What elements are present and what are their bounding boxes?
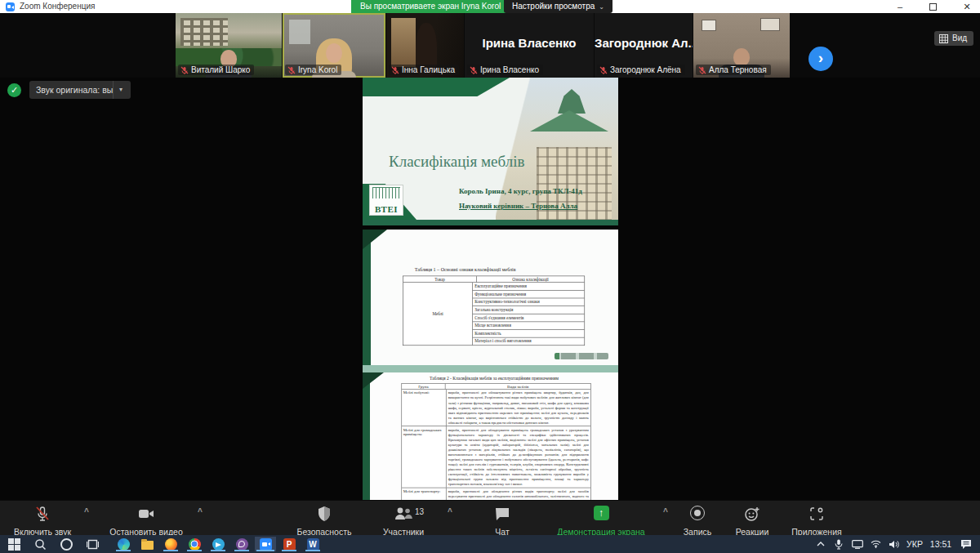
table1-col1-header: Товар bbox=[403, 276, 477, 282]
table1-col2-header: Ознака класифікації bbox=[477, 276, 585, 282]
window-title: Zoom Конференция bbox=[20, 2, 95, 11]
vtei-logo: ВТЕІ bbox=[369, 185, 403, 216]
search-button[interactable] bbox=[29, 537, 51, 551]
participant-name: Iryna Korol bbox=[298, 65, 337, 74]
table1-row: Експлуатаційне призначення bbox=[473, 283, 585, 290]
meeting-toolbar: Включить звук ^ Остановить видео ^ Безоп… bbox=[0, 500, 980, 536]
chat-button[interactable]: Чат bbox=[483, 503, 521, 537]
tray-clock[interactable]: 13:51 bbox=[928, 537, 954, 551]
camera-icon bbox=[137, 506, 155, 522]
next-participants-button[interactable]: › bbox=[808, 47, 833, 71]
participants-count: 13 bbox=[415, 507, 424, 516]
taskbar-telegram[interactable] bbox=[207, 537, 229, 551]
table1-row: Матеріал і спосіб виготовлення bbox=[473, 337, 585, 346]
table2-text: вироби, призначені для облаштування різн… bbox=[447, 390, 591, 426]
original-sound-caret[interactable]: ▾ bbox=[113, 81, 128, 99]
record-button[interactable]: Запись bbox=[678, 503, 717, 537]
participant-name: Загороднюк Алёна bbox=[610, 65, 681, 74]
participants-options-caret[interactable]: ^ bbox=[448, 507, 452, 516]
table2-group: Меблі побутові: bbox=[402, 390, 446, 426]
table1-product-cell: Меблі bbox=[403, 283, 473, 345]
smiley-plus-icon bbox=[744, 506, 760, 522]
tray-microphone[interactable] bbox=[831, 537, 846, 551]
participants-button[interactable]: Участники 13 bbox=[368, 503, 439, 537]
chevron-up-icon bbox=[817, 542, 825, 546]
caret-down-icon: ⌄ bbox=[599, 3, 604, 11]
taskbar-word[interactable]: W bbox=[302, 537, 323, 551]
zoom-app-icon bbox=[6, 2, 15, 11]
participant-display-name: Загороднюк Ал... bbox=[595, 36, 693, 50]
taskbar-powerpoint[interactable]: P bbox=[278, 537, 300, 551]
viewing-screen-banner: Вы просматриваете экран Iryna Korol bbox=[351, 0, 510, 13]
security-button[interactable]: Безопасность bbox=[287, 503, 361, 537]
close-button[interactable]: ✕ bbox=[960, 1, 973, 12]
participant-display-name: Ірина Власенко bbox=[465, 36, 594, 50]
taskbar-edge[interactable] bbox=[113, 537, 134, 551]
video-tile-alla-ternova[interactable]: Алла Терновая bbox=[693, 13, 790, 78]
zoom-icon bbox=[260, 538, 272, 551]
supervisor-line: Науковий керівник – Тернова Алла bbox=[459, 202, 577, 210]
taskbar-zoom[interactable] bbox=[255, 537, 276, 551]
video-tile-iryna-vlasenko[interactable]: Ірина Власенко Ірина Власенко bbox=[465, 13, 594, 78]
maximize-button[interactable] bbox=[926, 1, 939, 12]
video-tile-iryna-korol[interactable]: Iryna Korol bbox=[283, 13, 385, 78]
tray-display-share[interactable] bbox=[849, 537, 866, 551]
reactions-button[interactable]: Реакции bbox=[729, 503, 775, 537]
table1-row: Функціональне призначення bbox=[473, 290, 585, 298]
audio-options-caret[interactable]: ^ bbox=[84, 507, 89, 516]
table2-text: вироби, призначені для обладнання різних… bbox=[447, 488, 591, 500]
mic-muted-icon bbox=[287, 66, 296, 74]
green-side-band bbox=[363, 372, 370, 500]
participant-name: Виталий Шарко bbox=[191, 65, 250, 74]
taskbar-firefox[interactable] bbox=[160, 537, 181, 551]
view-button[interactable]: Вид bbox=[934, 31, 973, 46]
participant-name: Ірина Власенко bbox=[480, 65, 539, 74]
taskbar-chrome[interactable] bbox=[184, 537, 205, 551]
view-settings-menu[interactable]: Настройки просмотра⌄ bbox=[504, 0, 612, 13]
unmute-button[interactable]: Включить звук bbox=[7, 503, 78, 537]
encryption-badge-icon[interactable]: ✓ bbox=[7, 83, 21, 97]
task-view-button[interactable] bbox=[82, 537, 103, 551]
tray-expand-caret[interactable] bbox=[813, 537, 828, 551]
view-settings-label: Настройки просмотра bbox=[512, 2, 595, 11]
stop-video-button[interactable]: Остановить видео bbox=[102, 503, 190, 537]
apps-button[interactable]: Приложения bbox=[786, 503, 848, 537]
telegram-icon bbox=[212, 538, 225, 551]
video-options-caret[interactable]: ^ bbox=[198, 507, 203, 516]
table2-caption: Таблиця 2 - Класифікація меблів за експл… bbox=[370, 376, 618, 381]
start-button[interactable] bbox=[3, 537, 24, 551]
chat-bubble-icon bbox=[494, 506, 510, 522]
word-icon: W bbox=[307, 538, 319, 551]
mic-muted-icon bbox=[698, 66, 706, 74]
tray-wifi[interactable] bbox=[867, 537, 884, 551]
title-bar: Zoom Конференция Вы просматриваете экран… bbox=[0, 0, 980, 13]
share-screen-button[interactable]: ↑ Демонстрация экрана bbox=[550, 503, 653, 537]
table1-row: Спосіб з'єднання елементів bbox=[473, 314, 585, 322]
video-tile-inna-halytska[interactable]: Інна Галицька bbox=[386, 13, 464, 78]
table1-caption: Таблиця 1 – Основні ознаки класифікації … bbox=[415, 267, 516, 273]
shield-icon bbox=[317, 506, 332, 522]
minimize-button[interactable]: – bbox=[893, 1, 906, 12]
table1-row: Комплектність bbox=[473, 329, 585, 337]
shared-screen: Класифікація меблів ВТЕІ Король Ірина, 4… bbox=[363, 78, 618, 500]
mic-muted-icon bbox=[470, 66, 478, 74]
speaker-icon bbox=[889, 540, 899, 549]
table1-row: Місце встановлення bbox=[473, 322, 585, 330]
cortana-button[interactable] bbox=[56, 537, 77, 551]
tray-language[interactable]: УКР bbox=[903, 537, 926, 551]
vtei-logo-text: ВТЕІ bbox=[370, 204, 403, 214]
video-tile-zahorodniuk-alona[interactable]: Загороднюк Ал... Загороднюк Алёна bbox=[595, 13, 693, 78]
table1-row: Конструктивно-технологічні ознаки bbox=[473, 298, 585, 306]
wifi-icon bbox=[871, 540, 881, 548]
share-options-caret[interactable]: ^ bbox=[663, 507, 668, 516]
slide-title-text: Класифікація меблів bbox=[389, 153, 524, 171]
video-tile-vitaliy-sharko[interactable]: Виталий Шарко bbox=[176, 13, 282, 78]
taskbar-explorer[interactable] bbox=[136, 537, 158, 551]
microphone-icon bbox=[835, 539, 843, 550]
taskbar-viber[interactable] bbox=[231, 537, 252, 551]
action-center-button[interactable] bbox=[957, 537, 975, 551]
green-side-band bbox=[363, 230, 371, 365]
tray-volume[interactable] bbox=[885, 537, 902, 551]
task-view-icon bbox=[87, 539, 99, 550]
slide-title: Класифікація меблів ВТЕІ Король Ірина, 4… bbox=[363, 78, 618, 225]
